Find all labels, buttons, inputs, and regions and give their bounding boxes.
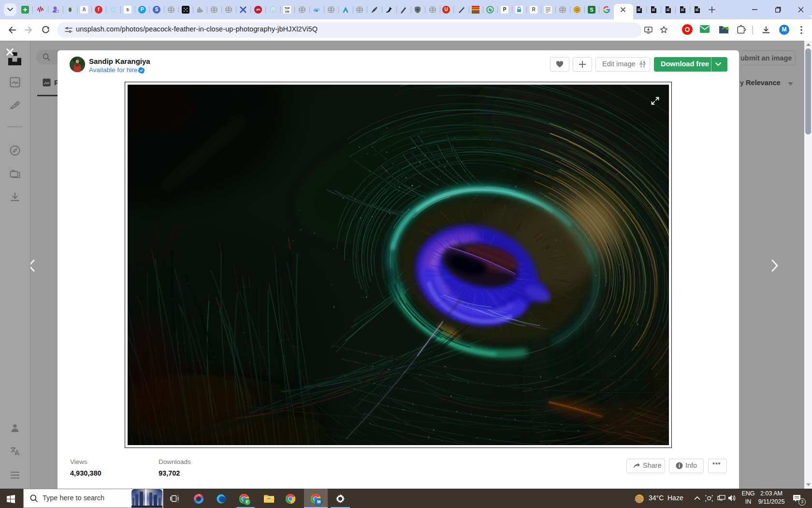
svg-text:100: 100 <box>285 10 289 13</box>
svg-text:S: S <box>590 7 594 13</box>
svg-text:TOP: TOP <box>285 7 290 10</box>
